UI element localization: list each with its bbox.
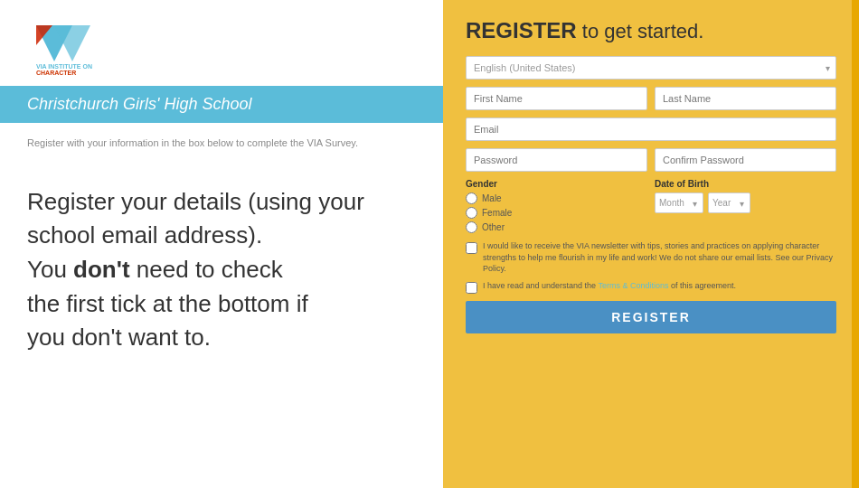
language-select[interactable]: English (United States)	[466, 56, 836, 80]
register-small-label: Register with your information in the bo…	[27, 137, 358, 148]
register-title-bold: REGISTER	[466, 18, 577, 42]
left-panel: VIA INSTITUTE ON CHARACTER Christchurch …	[0, 0, 443, 488]
gender-male-item[interactable]: Male	[466, 192, 647, 204]
newsletter-checkbox[interactable]	[466, 242, 477, 254]
instruction-line4: the first tick at the bottom if	[27, 290, 308, 317]
gender-dob-row: Gender Male Female Other	[466, 179, 836, 233]
gender-other-radio[interactable]	[466, 221, 477, 233]
register-title-rest: to get started.	[577, 20, 704, 42]
dob-section: Date of Birth Month Year	[655, 179, 836, 213]
year-select[interactable]: Year	[708, 192, 750, 213]
terms-checkbox-text: I have read and understand the Terms & C…	[483, 280, 736, 292]
checkbox-section: I would like to receive the VIA newslett…	[466, 240, 836, 294]
gender-female-label: Female	[482, 208, 512, 218]
svg-text:VIA INSTITUTE ON: VIA INSTITUTE ON	[36, 63, 92, 70]
logo-area: VIA INSTITUTE ON CHARACTER	[0, 0, 443, 86]
register-button[interactable]: REGISTER	[466, 301, 836, 333]
instruction-line3-post: need to check	[130, 256, 283, 283]
register-small-text: Register with your information in the bo…	[0, 123, 443, 158]
year-select-wrapper[interactable]: Year	[708, 192, 750, 213]
instruction-line2: school email address).	[27, 221, 262, 249]
first-name-input[interactable]	[466, 87, 647, 110]
terms-checkbox[interactable]	[466, 282, 477, 294]
confirm-password-input[interactable]	[655, 148, 836, 172]
school-banner: Christchurch Girls' High School	[0, 86, 443, 123]
right-panel-inner: REGISTER to get started. English (United…	[466, 18, 836, 333]
dob-label: Date of Birth	[655, 179, 836, 189]
language-select-wrapper[interactable]: English (United States)	[466, 56, 836, 80]
register-title: REGISTER to get started.	[466, 18, 836, 43]
month-select[interactable]: Month	[655, 192, 703, 213]
newsletter-checkbox-item: I would like to receive the VIA newslett…	[466, 240, 836, 275]
instruction-line3-pre: You	[27, 256, 73, 283]
gender-male-label: Male	[482, 193, 502, 203]
name-row	[466, 87, 836, 110]
school-name-text: Christchurch Girls' High School	[27, 95, 252, 113]
month-select-wrapper[interactable]: Month	[655, 192, 703, 213]
password-input[interactable]	[466, 148, 647, 172]
gender-radio-group: Male Female Other	[466, 192, 647, 233]
dob-selects: Month Year	[655, 192, 836, 213]
gender-other-label: Other	[482, 222, 505, 232]
gender-female-radio[interactable]	[466, 207, 477, 219]
newsletter-checkbox-text: I would like to receive the VIA newslett…	[483, 240, 836, 275]
instruction-dont-bold: don't	[73, 256, 130, 283]
last-name-input[interactable]	[655, 87, 836, 110]
instruction-text: Register your details (using your school…	[0, 158, 443, 373]
gender-male-radio[interactable]	[466, 192, 477, 204]
gender-other-item[interactable]: Other	[466, 221, 647, 233]
email-input[interactable]	[466, 117, 836, 141]
via-logo: VIA INSTITUTE ON CHARACTER	[27, 18, 136, 77]
instruction-line1: Register your details (using your	[27, 188, 364, 215]
slide-container: VIA INSTITUTE ON CHARACTER Christchurch …	[0, 0, 868, 488]
instruction-line5: you don't want to.	[27, 324, 211, 351]
gender-label: Gender	[466, 179, 647, 189]
scrollbar-accent	[852, 0, 859, 488]
right-panel: REGISTER to get started. English (United…	[443, 0, 859, 488]
email-group	[466, 117, 836, 141]
gender-female-item[interactable]: Female	[466, 207, 647, 219]
terms-checkbox-item: I have read and understand the Terms & C…	[466, 280, 836, 294]
gender-section: Gender Male Female Other	[466, 179, 647, 233]
svg-text:CHARACTER: CHARACTER	[36, 70, 76, 76]
password-row	[466, 148, 836, 172]
terms-link[interactable]: Terms & Conditions	[598, 281, 668, 290]
